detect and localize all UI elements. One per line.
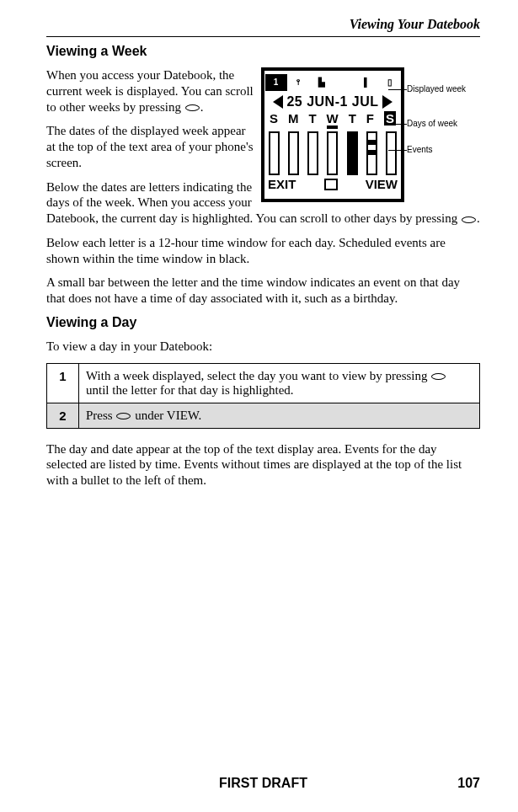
footer-page-number: 107 — [457, 776, 480, 791]
scroll-key-icon — [185, 104, 200, 111]
day-m: M — [288, 111, 299, 126]
day-s1: S — [270, 111, 278, 126]
col-wed — [327, 131, 338, 175]
section2-after: The day and date appear at the top of th… — [46, 441, 480, 489]
no-time-event-bars — [264, 126, 401, 131]
step2-text: Press under VIEW. — [79, 403, 480, 428]
softkey-icon — [116, 413, 131, 419]
prev-week-arrow-icon — [273, 95, 283, 109]
phone-day-letters: S M T W T F S — [264, 111, 401, 126]
day-t1: T — [308, 111, 316, 126]
step1-text: With a week displayed, select the day yo… — [79, 363, 480, 403]
col-sun — [269, 131, 280, 175]
week-figure: 1 ⫯ ▙ ▌ ▯ 25 JUN-1 JUL S M T W T F S — [261, 67, 480, 202]
softkey-exit: EXIT — [268, 177, 296, 191]
col-fri — [366, 131, 377, 175]
callout-events: Events — [407, 145, 476, 154]
footer-draft: FIRST DRAFT — [219, 776, 307, 791]
phone-softkeys: EXIT VIEW — [264, 175, 401, 191]
phone-week-date-row: 25 JUN-1 JUL — [264, 94, 401, 110]
phone-week-date: 25 JUN-1 JUL — [286, 94, 378, 110]
status-icon-battery: ▯ — [379, 74, 401, 91]
col-mon — [288, 131, 299, 175]
day-t2: T — [349, 111, 356, 126]
step-row-2: 2 Press under VIEW. — [47, 403, 480, 428]
status-icon-1: 1 — [265, 74, 287, 91]
day-w: W — [327, 111, 339, 126]
phone-statusbar: 1 ⫯ ▙ ▌ ▯ — [264, 71, 401, 94]
softkey-center-icon — [324, 179, 338, 190]
section2-intro: To view a day in your Datebook: — [46, 339, 480, 355]
col-tue — [307, 131, 318, 175]
day-f: F — [366, 111, 374, 126]
p5: A small bar between the letter and the t… — [46, 275, 480, 307]
status-icon-blank — [334, 74, 355, 91]
status-icon-indicator: ▌ — [356, 74, 378, 91]
softkey-view: VIEW — [366, 177, 398, 191]
phone-screen: 1 ⫯ ▙ ▌ ▯ 25 JUN-1 JUL S M T W T F S — [261, 67, 404, 202]
steps-table: 1 With a week displayed, select the day … — [46, 363, 480, 429]
step-row-1: 1 With a week displayed, select the day … — [47, 363, 480, 403]
after-paragraph: The day and date appear at the top of th… — [46, 441, 480, 489]
figure-callouts: Displayed week Days of week Events — [404, 67, 476, 154]
section2-body: To view a day in your Datebook: — [46, 339, 480, 355]
event-fri-1 — [368, 140, 376, 145]
section1-heading: Viewing a Week — [46, 44, 480, 59]
section2-heading: Viewing a Day — [46, 315, 480, 330]
callout-days-of-week: Days of week — [407, 119, 476, 128]
col-sat — [386, 131, 397, 175]
page-footer: FIRST DRAFT 107 — [46, 776, 480, 791]
p4: Below each letter is a 12-hour time wind… — [46, 235, 480, 267]
scroll-key-icon — [431, 373, 446, 380]
step2-number: 2 — [47, 403, 79, 428]
next-week-arrow-icon — [382, 95, 393, 109]
chapter-header: Viewing Your Datebook — [46, 17, 480, 32]
phone-time-columns — [264, 131, 401, 175]
event-fri-2 — [368, 150, 376, 155]
step1-number: 1 — [47, 363, 79, 403]
section1-body: 1 ⫯ ▙ ▌ ▯ 25 JUN-1 JUL S M T W T F S — [46, 67, 480, 307]
scroll-key-icon — [462, 216, 476, 223]
col-thu — [347, 131, 358, 175]
allday-marker-wed — [327, 126, 338, 129]
status-icon-antenna: ⫯ — [288, 74, 310, 91]
status-icon-signal: ▙ — [311, 74, 333, 91]
header-rule — [46, 36, 480, 37]
callout-displayed-week: Displayed week — [407, 84, 476, 93]
